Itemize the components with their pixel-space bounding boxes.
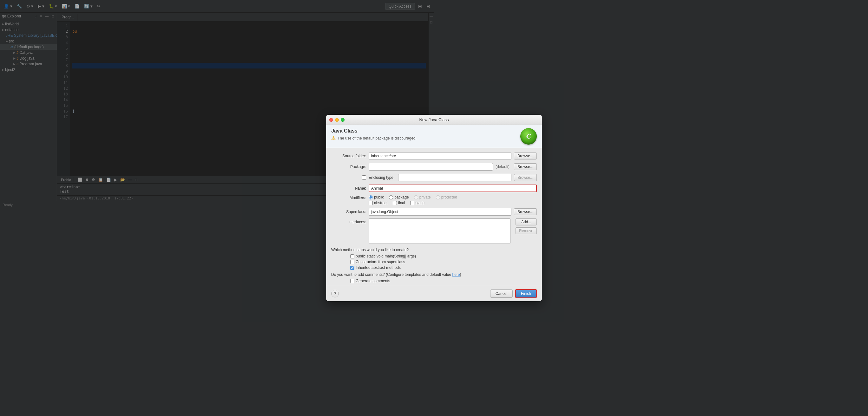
modifier-package-radio[interactable] [389, 195, 393, 199]
name-row: Name: [331, 184, 434, 192]
enclosing-type-label: Enclosing type: [369, 175, 394, 180]
dialog-form: Source folder: Browse... Package: (defau… [326, 148, 434, 208]
modifier-public[interactable]: public [369, 195, 384, 199]
source-folder-input[interactable] [369, 152, 434, 160]
modifier-private-radio[interactable] [414, 195, 418, 199]
new-java-class-dialog: New Java Class Java Class ⚠ The use of t… [326, 115, 434, 208]
modifier-abstract-checkbox[interactable] [369, 201, 373, 205]
modifier-private-label: private [420, 195, 431, 199]
class-header-text: Java Class ⚠ The use of the default pack… [331, 128, 434, 141]
modifier-package[interactable]: package [389, 195, 409, 199]
modifier-public-radio[interactable] [369, 195, 373, 199]
modifier-static-checkbox[interactable] [410, 201, 414, 205]
modifier-static[interactable]: static [410, 201, 425, 205]
modifier-abstract[interactable]: abstract [369, 201, 388, 205]
maximize-button[interactable] [341, 118, 344, 122]
enclosing-type-input[interactable] [398, 174, 434, 181]
modifiers-label: Modifiers: [331, 196, 366, 200]
modifier-final-checkbox[interactable] [393, 201, 397, 205]
traffic-lights [329, 118, 344, 122]
modifiers-group: public package private protected [369, 195, 434, 205]
warning-icon: ⚠ [331, 135, 336, 141]
source-folder-label: Source folder: [331, 154, 366, 158]
modifier-abstract-label: abstract [374, 201, 388, 205]
minimize-button[interactable] [335, 118, 339, 122]
modifiers-row: Modifiers: public package private [331, 195, 434, 205]
dialog-titlebar: New Java Class [326, 115, 434, 125]
package-label: Package: [331, 165, 366, 169]
modifier-static-label: static [415, 201, 425, 205]
warning-text: The use of the default package is discou… [338, 136, 416, 140]
modifiers-other-row: abstract final static [369, 201, 434, 205]
class-header-warning: ⚠ The use of the default package is disc… [331, 135, 434, 141]
dialog-title: New Java Class [419, 117, 434, 122]
package-input[interactable] [369, 163, 434, 170]
modifier-package-label: package [394, 195, 409, 199]
class-header-title: Java Class [331, 128, 434, 134]
modifier-public-label: public [374, 195, 384, 199]
dialog-class-header: Java Class ⚠ The use of the default pack… [326, 125, 434, 148]
close-button[interactable] [329, 118, 333, 122]
superclass-row: Superclass: Browse... [331, 208, 434, 208]
enclosing-type-checkbox[interactable] [362, 175, 366, 180]
ide-background: 👤 ▾ 🔧 ⚙ ▾ ▶ ▾ 🐛 ▾ 📊 ▾ 📄 🔄 ▾ ✉ Quick Acce… [0, 0, 434, 208]
enclosing-type-row: Enclosing type: Browse... [331, 173, 434, 182]
modifier-final[interactable]: final [393, 201, 405, 205]
modifier-final-label: final [398, 201, 405, 205]
dialog-overlay: New Java Class Java Class ⚠ The use of t… [0, 0, 434, 208]
name-label: Name: [331, 186, 366, 191]
source-folder-row: Source folder: Browse... [331, 152, 434, 160]
modifier-private[interactable]: private [414, 195, 431, 199]
package-row: Package: (default) Browse... [331, 163, 434, 171]
name-input[interactable] [369, 185, 434, 192]
modifiers-access-row: public package private protected [369, 195, 434, 199]
